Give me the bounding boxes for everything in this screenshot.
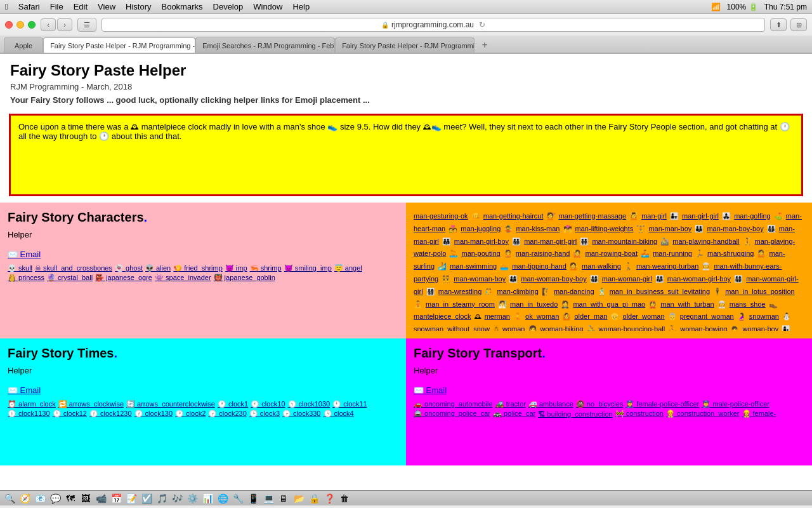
person-link[interactable]: man-man-boy-boy	[707, 225, 763, 232]
person-link[interactable]: man-climbing	[497, 288, 538, 295]
emoji-clock230[interactable]: 🕝 clock230	[208, 410, 246, 418]
dock-app6[interactable]: 💻	[261, 491, 275, 505]
emoji-shrimp[interactable]: 🦐 shrimp	[250, 264, 282, 272]
emoji-clock330[interactable]: 🕞 clock330	[282, 410, 320, 418]
person-link[interactable]: man_in_tuxedo	[510, 300, 558, 308]
emoji-no-bicycles[interactable]: 🚳 no_bicycles	[576, 400, 624, 408]
person-link[interactable]: man_with_gua_pi_mao	[573, 300, 645, 308]
menu-view[interactable]: View	[98, 2, 115, 11]
emoji-skull-crossbones[interactable]: ☠ skull_and_crossbones	[35, 264, 112, 272]
person-link[interactable]: man-dancing	[554, 288, 594, 295]
person-link[interactable]: older_man	[574, 312, 607, 320]
dock-mail[interactable]: 📧	[33, 491, 47, 505]
menu-safari[interactable]: Safari	[18, 2, 40, 11]
person-link[interactable]: man-golfing	[734, 212, 770, 220]
emoji-skull[interactable]: 💀 skull	[8, 264, 32, 272]
person-link[interactable]: man-man-girl-boy	[454, 237, 509, 245]
emoji-clock1030[interactable]: 🕥 clock1030	[288, 400, 331, 408]
emoji-construction-worker[interactable]: 👷 construction_worker	[666, 410, 740, 418]
person-link[interactable]: woman-bowing	[680, 325, 727, 331]
dock-app10[interactable]: ❓	[322, 491, 336, 505]
new-tab-plus[interactable]: +	[477, 37, 492, 53]
dock-calendar[interactable]: 📅	[109, 491, 123, 505]
emoji-space-invader[interactable]: 👾 space_invader	[155, 274, 211, 282]
emoji-female-worker[interactable]: 👷‍♀️ female-	[742, 410, 776, 418]
person-link[interactable]: man-wrestling	[438, 288, 481, 295]
person-link[interactable]: man-juggling	[461, 225, 501, 232]
emoji-alarm-clock[interactable]: ⏰ alarm_clock	[8, 400, 56, 408]
emoji-building-construction[interactable]: 🏗 building_construction	[538, 410, 612, 418]
person-link[interactable]: man-wearing-turban	[636, 262, 698, 270]
person-link[interactable]: man_in_lotus_position	[725, 288, 794, 295]
emoji-arrows-clockwise[interactable]: 🔁 arrows_clockwise	[58, 400, 124, 408]
person-link[interactable]: pregnant_woman	[680, 312, 734, 320]
person-link-snowman[interactable]: snowman	[749, 312, 779, 320]
person-link[interactable]: mantelpiece_clock	[414, 312, 471, 320]
person-link[interactable]: man-girl	[641, 212, 667, 220]
close-button[interactable]	[5, 21, 13, 29]
emoji-crystal-ball[interactable]: 🔮 crystal_ball	[47, 274, 93, 282]
person-link[interactable]: man-getting-haircut	[483, 212, 544, 220]
dock-app4[interactable]: 🔧	[231, 491, 245, 505]
emoji-construction[interactable]: 🚧 construction	[615, 410, 664, 418]
menu-bookmarks[interactable]: Bookmarks	[161, 2, 202, 11]
person-link[interactable]: man-girl-girl	[682, 212, 719, 220]
emoji-oncoming-auto[interactable]: 🚗 oncoming_automobile	[414, 400, 493, 408]
person-link[interactable]: man-man-boy	[648, 225, 691, 232]
dock-safari[interactable]: 🧭	[18, 491, 32, 505]
person-link[interactable]: woman-boy	[742, 325, 778, 331]
emoji-arrows-counterclockwise[interactable]: 🔄 arrows_counterclockwise	[126, 400, 215, 408]
menu-history[interactable]: History	[126, 2, 151, 11]
back-button[interactable]: ‹	[41, 18, 56, 31]
dock-messages[interactable]: 💬	[48, 491, 62, 505]
menu-file[interactable]: File	[50, 2, 63, 11]
menu-edit[interactable]: Edit	[74, 2, 88, 11]
person-link[interactable]: woman-bouncing-ball	[599, 325, 665, 331]
person-link[interactable]: man-woman-boy	[454, 275, 506, 283]
person-link[interactable]: older_woman	[623, 312, 665, 320]
emoji-clock11[interactable]: 🕚 clock11	[332, 400, 367, 408]
emoji-angel[interactable]: 😇 angel	[334, 264, 362, 272]
person-link[interactable]: man-pouting	[461, 250, 500, 257]
emoji-clock1230[interactable]: 🕧 clock1230	[89, 410, 132, 418]
person-link-woman[interactable]: woman	[502, 325, 525, 331]
menu-help[interactable]: Help	[292, 2, 310, 11]
dock-music[interactable]: 🎵	[155, 491, 169, 505]
url-bar[interactable]: 🔒 rjmprogramming.com.au ↻	[102, 18, 765, 32]
minimize-button[interactable]	[16, 21, 24, 29]
person-link[interactable]: ok_woman	[525, 312, 559, 320]
dock-finder[interactable]: 🔍	[3, 491, 16, 505]
person-link[interactable]: man-mountain-biking	[592, 237, 657, 245]
person-link[interactable]: man-woman-girl	[602, 275, 652, 283]
maximize-button[interactable]	[28, 21, 36, 29]
dock-app8[interactable]: 📂	[292, 491, 306, 505]
emoji-ghost[interactable]: 👻 ghost	[115, 264, 143, 272]
person-link[interactable]: man-shrugging	[707, 250, 754, 257]
person-link[interactable]: man-swimming	[450, 262, 497, 270]
person-link[interactable]: man-woman-girl-boy	[667, 275, 731, 283]
emoji-japanese-goblin[interactable]: 👹 japanese_goblin	[214, 274, 275, 282]
emoji-alien[interactable]: 👽 alien	[145, 264, 171, 272]
person-link[interactable]: man-playing-handball	[672, 237, 739, 245]
dock-itunes[interactable]: 🎶	[170, 491, 184, 505]
dock-app9[interactable]: 🔒	[307, 491, 321, 505]
tab-fairy-story-2[interactable]: Fairy Story Paste Helper - RJM Programmi…	[335, 37, 475, 53]
dock-reminders[interactable]: ☑️	[140, 491, 154, 505]
characters-email-link[interactable]: ✉️ Email	[8, 250, 41, 259]
dock-app5[interactable]: 📱	[246, 491, 260, 505]
person-link[interactable]: man-walking	[582, 262, 621, 270]
menu-develop[interactable]: Develop	[213, 2, 244, 11]
tab-emoji-searches[interactable]: Emoji Searches - RJM Programming - Febru…	[195, 37, 335, 53]
emoji-clock3[interactable]: 🕒 clock3	[249, 410, 280, 418]
dock-maps[interactable]: 🗺	[63, 491, 77, 505]
story-box[interactable]: Once upon a time there was a 🕰 mantelpie…	[9, 114, 803, 196]
person-link[interactable]: man-kiss-man	[516, 225, 560, 232]
emoji-male-police[interactable]: 👮 male-police-officer	[702, 400, 769, 408]
person-link[interactable]: man-raising-hand	[516, 250, 570, 257]
emoji-oncoming-police[interactable]: 🚔 oncoming_police_car	[414, 410, 490, 418]
transport-email-link[interactable]: ✉️ Email	[414, 385, 447, 395]
forward-button[interactable]: ›	[57, 18, 72, 31]
emoji-japanese-ogre[interactable]: 👺 japanese_ogre	[95, 274, 152, 282]
person-link[interactable]: mans_shoe	[730, 300, 766, 308]
emoji-clock12[interactable]: 🕛 clock12	[53, 410, 87, 418]
